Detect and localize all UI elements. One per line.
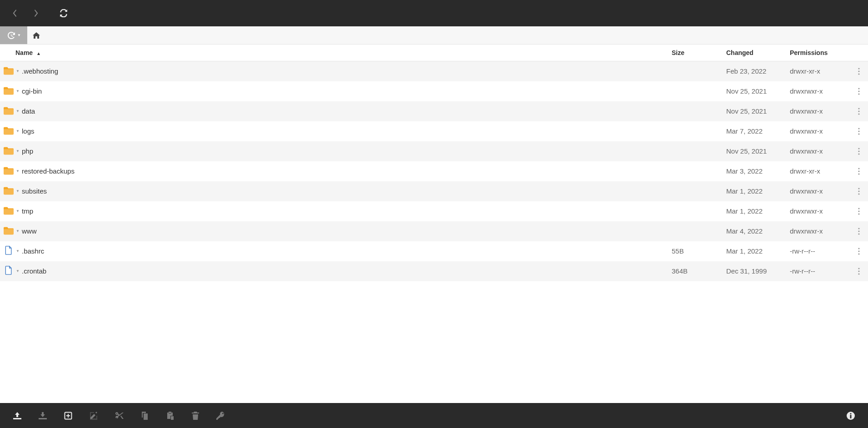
column-header-size[interactable]: Size	[668, 45, 723, 61]
cell-actions	[850, 141, 868, 161]
file-name[interactable]: .webhosting	[22, 67, 58, 75]
file-name[interactable]: logs	[22, 127, 35, 135]
cell-actions	[850, 121, 868, 141]
kebab-icon	[858, 148, 860, 155]
download-icon	[39, 412, 47, 419]
table-row[interactable]: ▼restored-backupsMar 3, 2022drwxr-xr-x	[0, 161, 868, 181]
row-actions-button[interactable]	[854, 206, 863, 217]
row-actions-button[interactable]	[854, 186, 863, 197]
row-menu-caret[interactable]: ▼	[15, 229, 20, 233]
cell-size: 364B	[668, 261, 723, 281]
row-menu-caret[interactable]: ▼	[15, 89, 20, 93]
row-menu-caret[interactable]: ▼	[15, 69, 20, 73]
cell-permissions: drwxr-xr-x	[786, 61, 850, 81]
edit-button[interactable]	[81, 406, 106, 425]
upload-button[interactable]	[5, 406, 30, 425]
history-button[interactable]: ▼	[0, 26, 27, 44]
file-name[interactable]: .crontab	[22, 267, 46, 275]
svg-point-2	[858, 73, 859, 75]
svg-point-35	[850, 413, 852, 414]
cell-actions	[850, 81, 868, 101]
row-actions-button[interactable]	[854, 146, 863, 157]
cell-changed: Mar 1, 2022	[723, 241, 786, 261]
svg-point-5	[858, 93, 859, 95]
row-menu-caret[interactable]: ▼	[15, 249, 20, 253]
cell-permissions: drwxrwxr-x	[786, 81, 850, 101]
svg-point-27	[858, 248, 859, 249]
cell-actions	[850, 181, 868, 201]
refresh-button[interactable]	[53, 4, 75, 23]
cell-permissions: -rw-r--r--	[786, 261, 850, 281]
file-table-container: Name ▲ Size Changed Permissions ▼.webhos…	[0, 45, 868, 403]
file-name[interactable]: .bashrc	[22, 247, 44, 255]
row-menu-caret[interactable]: ▼	[15, 149, 20, 153]
table-row[interactable]: ▼phpNov 25, 2021drwxrwxr-x	[0, 141, 868, 161]
row-actions-button[interactable]	[854, 166, 863, 177]
column-header-name[interactable]: Name ▲	[0, 45, 668, 61]
cell-name: ▼.bashrc	[0, 241, 668, 261]
refresh-icon	[60, 9, 68, 17]
table-row[interactable]: ▼.bashrc55BMar 1, 2022-rw-r--r--	[0, 241, 868, 261]
row-actions-button[interactable]	[854, 106, 863, 117]
file-name[interactable]: restored-backups	[22, 167, 75, 175]
table-row[interactable]: ▼dataNov 25, 2021drwxrwxr-x	[0, 101, 868, 121]
cell-name: ▼cgi-bin	[0, 81, 668, 101]
row-actions-button[interactable]	[854, 66, 863, 77]
copy-button[interactable]	[132, 406, 157, 425]
file-name[interactable]: subsites	[22, 187, 47, 195]
svg-point-7	[858, 110, 859, 112]
file-name[interactable]: www	[22, 227, 37, 235]
svg-point-22	[858, 210, 859, 212]
svg-point-25	[858, 230, 859, 232]
row-actions-button[interactable]	[854, 266, 863, 277]
cell-name: ▼.webhosting	[0, 61, 668, 81]
svg-rect-36	[850, 415, 852, 418]
file-name[interactable]: cgi-bin	[22, 87, 42, 95]
table-row[interactable]: ▼wwwMar 4, 2022drwxrwxr-x	[0, 221, 868, 241]
row-menu-caret[interactable]: ▼	[15, 169, 20, 173]
row-menu-caret[interactable]: ▼	[15, 189, 20, 193]
row-menu-caret[interactable]: ▼	[15, 269, 20, 273]
folder-icon	[4, 206, 14, 216]
table-row[interactable]: ▼logsMar 7, 2022drwxrwxr-x	[0, 121, 868, 141]
svg-point-17	[858, 173, 859, 174]
delete-button[interactable]	[183, 406, 208, 425]
row-actions-button[interactable]	[854, 126, 863, 137]
row-menu-caret[interactable]: ▼	[15, 109, 20, 113]
row-actions-button[interactable]	[854, 246, 863, 257]
file-name[interactable]: php	[22, 147, 33, 155]
table-row[interactable]: ▼.crontab364BDec 31, 1999-rw-r--r--	[0, 261, 868, 281]
cell-name: ▼php	[0, 141, 668, 161]
column-header-changed[interactable]: Changed	[723, 45, 786, 61]
download-button[interactable]	[30, 406, 55, 425]
row-actions-button[interactable]	[854, 86, 863, 97]
breadcrumb-home[interactable]	[27, 26, 45, 44]
table-row[interactable]: ▼subsitesMar 1, 2022drwxrwxr-x	[0, 181, 868, 201]
svg-point-18	[858, 188, 859, 189]
bottom-toolbar	[0, 403, 868, 428]
forward-button[interactable]	[25, 4, 47, 23]
permissions-button[interactable]	[208, 406, 234, 425]
back-button[interactable]	[4, 4, 25, 23]
paste-button[interactable]	[157, 406, 183, 425]
cell-name: ▼logs	[0, 121, 668, 141]
file-table: Name ▲ Size Changed Permissions ▼.webhos…	[0, 45, 868, 281]
file-name[interactable]: data	[22, 107, 35, 115]
cut-button[interactable]	[106, 406, 132, 425]
cell-permissions: drwxr-xr-x	[786, 161, 850, 181]
table-row[interactable]: ▼tmpMar 1, 2022drwxrwxr-x	[0, 201, 868, 221]
cell-actions	[850, 61, 868, 81]
svg-point-8	[858, 113, 859, 114]
table-row[interactable]: ▼.webhostingFeb 23, 2022drwxr-xr-x	[0, 61, 868, 81]
row-menu-caret[interactable]: ▼	[15, 129, 20, 133]
row-actions-button[interactable]	[854, 226, 863, 237]
new-button[interactable]	[55, 406, 81, 425]
row-menu-caret[interactable]: ▼	[15, 209, 20, 213]
paste-icon	[166, 412, 174, 420]
table-row[interactable]: ▼cgi-binNov 25, 2021drwxrwxr-x	[0, 81, 868, 101]
chevron-right-icon	[33, 9, 40, 17]
info-button[interactable]	[838, 406, 863, 425]
file-name[interactable]: tmp	[22, 207, 33, 215]
file-icon	[4, 246, 14, 256]
column-header-permissions[interactable]: Permissions	[786, 45, 850, 61]
